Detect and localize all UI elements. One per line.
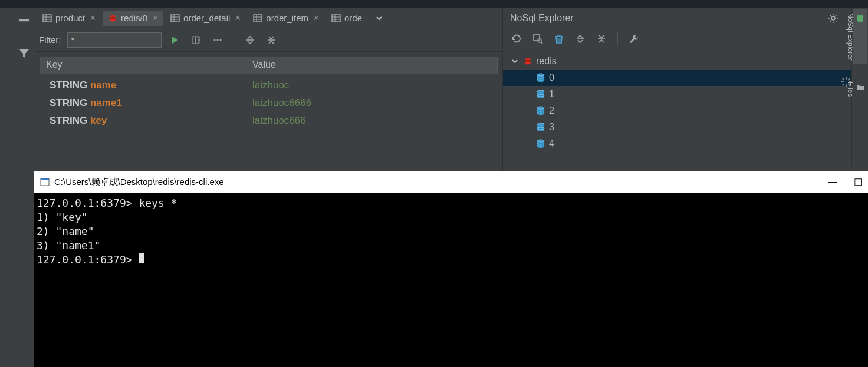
svg-rect-17 (193, 37, 195, 44)
run-button[interactable] (167, 32, 183, 48)
filter-input[interactable] (67, 32, 162, 48)
maximize-button[interactable]: ☐ (854, 177, 862, 188)
inspect-icon[interactable] (530, 31, 545, 47)
svg-point-23 (216, 39, 218, 41)
delete-icon[interactable] (551, 31, 567, 47)
explorer-title: NoSql Explorer (510, 13, 574, 24)
table-row[interactable]: STRING key laizhuoc666 (40, 112, 498, 130)
terminal-line: 1) "key" (37, 211, 88, 223)
close-icon[interactable]: ✕ (88, 14, 96, 22)
table-icon (253, 14, 262, 23)
toolwindow-label: Files (846, 82, 854, 97)
refresh-icon[interactable] (509, 31, 524, 47)
collapse-icon[interactable] (17, 14, 31, 27)
key-name: name1 (90, 97, 122, 108)
terminal-title: C:\Users\赖卓成\Desktop\redis\redis-cli.exe (54, 177, 224, 188)
table-row[interactable]: STRING name1 laizhuoc6666 (40, 94, 498, 112)
grid-body: STRING name laizhuoc STRING name1 laizhu… (40, 77, 498, 130)
wrench-icon[interactable] (626, 31, 642, 47)
filter-toolbar: Filter: (35, 28, 502, 52)
header-value[interactable]: Value (246, 57, 498, 74)
svg-line-47 (843, 78, 844, 80)
svg-line-49 (843, 84, 844, 85)
filter-funnel-icon[interactable] (17, 47, 31, 60)
filter-label: Filter: (39, 35, 61, 45)
key-type: STRING (50, 80, 87, 91)
key-value: laizhuoc666 (246, 115, 498, 127)
svg-rect-5 (171, 15, 179, 22)
database-icon (536, 73, 545, 82)
table-icon (42, 14, 52, 23)
key-type: STRING (50, 115, 87, 126)
tree-db-2[interactable]: 2 (503, 103, 868, 119)
more-icon[interactable] (210, 32, 225, 48)
tab-order-detail[interactable]: order_detail ✕ (166, 11, 246, 26)
separator (617, 32, 618, 45)
tree-db-label: 1 (549, 89, 554, 100)
svg-line-50 (849, 78, 850, 80)
svg-point-22 (213, 39, 215, 41)
tree-db-0[interactable]: 0 (503, 70, 868, 86)
svg-point-24 (219, 39, 221, 41)
gear-icon[interactable] (826, 11, 841, 26)
tab-label: order_detail (183, 13, 230, 23)
svg-rect-53 (41, 178, 49, 180)
collapse-all-icon[interactable] (594, 31, 609, 47)
redis-icon (523, 57, 532, 66)
redis-icon (108, 14, 117, 23)
collapse-all-icon[interactable] (264, 32, 279, 48)
tree-db-label: 0 (549, 72, 554, 83)
table-row[interactable]: STRING name laizhuoc (40, 77, 498, 94)
editor-tabs: product ✕ redis/0 ✕ order_detail ✕ (35, 8, 502, 28)
tab-redis-0[interactable]: redis/0 ✕ (103, 11, 163, 26)
tabs-overflow-chevron[interactable] (369, 14, 389, 22)
tab-label: redis/0 (121, 13, 147, 23)
close-icon[interactable]: ✕ (151, 14, 159, 22)
key-value-grid: Key Value STRING name laizhuoc STRING na… (35, 52, 502, 171)
tree-db-4[interactable]: 4 (503, 135, 868, 152)
tree-db-1[interactable]: 1 (503, 86, 868, 103)
database-icon (536, 139, 545, 148)
tree-root-redis[interactable]: redis (503, 53, 868, 70)
close-icon[interactable]: ✕ (312, 14, 320, 22)
grid-header: Key Value (40, 57, 498, 74)
tab-label: order_item (266, 13, 308, 23)
left-gutter (0, 8, 35, 171)
expand-all-icon[interactable] (573, 31, 588, 47)
database-icon (536, 106, 545, 115)
nosql-explorer-panel: NoSql Explorer (502, 8, 868, 171)
toolwindow-label: NoSql Explorer (846, 13, 854, 61)
terminal-app-icon (40, 177, 50, 187)
tree-db-3[interactable]: 3 (503, 119, 868, 135)
key-value: laizhuoc (246, 80, 498, 91)
svg-rect-0 (19, 19, 29, 21)
terminal-cursor (139, 253, 144, 263)
tab-orde-truncated[interactable]: orde (327, 11, 367, 26)
expand-icon[interactable] (242, 32, 258, 48)
tab-product[interactable]: product ✕ (38, 11, 101, 26)
svg-point-25 (831, 16, 835, 20)
header-key[interactable]: Key (40, 57, 246, 74)
right-tool-strip: NoSql Explorer Files (851, 8, 868, 167)
columns-icon[interactable] (189, 32, 204, 48)
top-strip (0, 0, 868, 8)
terminal-body[interactable]: 127.0.0.1:6379> keys * 1) "key" 2) "name… (34, 193, 868, 367)
close-icon[interactable]: ✕ (234, 14, 241, 22)
tab-order-item[interactable]: order_item ✕ (248, 11, 324, 26)
chevron-down-icon (511, 58, 520, 65)
terminal-line: 127.0.0.1:6379> keys * (37, 197, 177, 209)
terminal-window: C:\Users\赖卓成\Desktop\redis\redis-cli.exe… (34, 171, 868, 367)
terminal-line: 2) "name" (37, 225, 94, 237)
toolwindow-files[interactable]: Files (853, 78, 867, 100)
toolwindow-nosql-explorer[interactable]: NoSql Explorer (853, 9, 867, 64)
database-icon (854, 13, 866, 24)
key-type: STRING (50, 97, 87, 108)
terminal-titlebar[interactable]: C:\Users\赖卓成\Desktop\redis\redis-cli.exe… (34, 171, 868, 193)
connection-tree: redis 0 1 2 (503, 49, 868, 171)
tree-db-label: 4 (549, 138, 554, 149)
separator (234, 34, 234, 47)
database-icon (536, 123, 545, 132)
table-icon (170, 14, 180, 23)
minimize-button[interactable]: — (828, 177, 837, 188)
table-icon (331, 14, 341, 23)
